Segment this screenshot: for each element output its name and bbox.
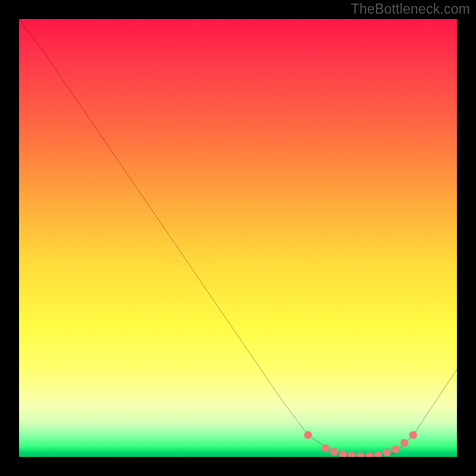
curve-marker [409,431,417,439]
curve-marker [304,431,312,439]
bottleneck-curve [19,19,457,457]
chart-frame: TheBottleneck.com [0,0,476,476]
watermark-text: TheBottleneck.com [351,1,470,17]
curve-marker [374,451,382,457]
curve-marker [383,449,391,456]
curve-marker [330,448,338,456]
curve-markers [304,431,417,457]
curve-marker [322,444,330,452]
plot-area [19,19,457,457]
curve-path [19,19,457,457]
curve-marker [365,452,373,457]
curve-marker [392,445,399,453]
curve-marker [339,450,347,457]
curve-marker [356,452,364,457]
curve-marker [348,452,356,457]
curve-marker [400,439,408,447]
